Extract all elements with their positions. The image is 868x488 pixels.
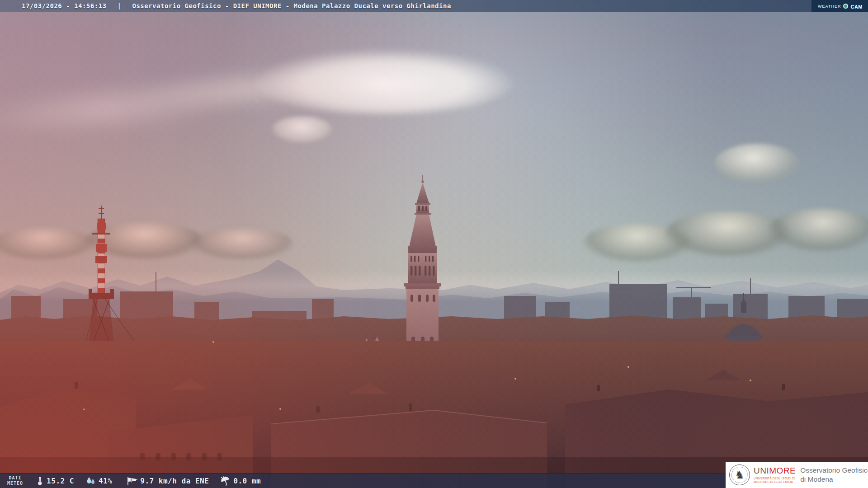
humidity-value: 41% (99, 477, 112, 485)
datetime-label: 17/03/2026 - 14:56:13 (22, 2, 107, 9)
weathercam-lens-icon (843, 4, 848, 9)
unimore-seal-icon: ♞ (729, 465, 750, 485)
wind-readout: 9.7 km/h da ENE (126, 476, 209, 486)
observatory-name: Osservatorio Geofisico di Modena (800, 466, 868, 484)
knight-horse-glyph: ♞ (735, 469, 745, 480)
unimore-more-text: MORE (769, 466, 796, 475)
unimore-subtitle-line2: MODENA E REGGIO EMILIA (754, 480, 796, 484)
wind-value: 9.7 km/h da ENE (140, 477, 209, 485)
city-skyline (0, 0, 868, 488)
humidity-readout: 41% (86, 476, 112, 486)
unimore-subtitle-line1: UNIVERSITÀ DEGLI STUDI DI (754, 477, 796, 480)
humidity-drops-icon (86, 476, 96, 486)
dati-meteo-label: DATI METEO (7, 475, 23, 486)
unimore-logo[interactable]: ♞ UNIMORE UNIVERSITÀ DEGLI STUDI DI MODE… (726, 462, 868, 488)
precipitation-value: 0.0 mm (233, 477, 261, 485)
top-bar: 17/03/2026 - 14:56:13 | Osservatorio Geo… (0, 0, 868, 12)
unimore-wordmark: UNIMORE UNIVERSITÀ DEGLI STUDI DI MODENA… (754, 466, 796, 484)
umbrella-icon (220, 476, 231, 486)
windsock-icon (126, 476, 137, 486)
temperature-value: 15.2 C (47, 477, 74, 485)
weathercam-weather-text: Weather (818, 3, 841, 9)
separator: | (118, 2, 122, 9)
camera-title: Osservatorio Geofisico - DIEF UNIMORE - … (132, 2, 451, 9)
temperature-readout: 15.2 C (36, 476, 74, 486)
webcam-frame: 17/03/2026 - 14:56:13 | Osservatorio Geo… (0, 0, 868, 488)
weathercam-cam-text: Cam (850, 2, 863, 10)
unimore-uni-text: UNI (754, 466, 769, 475)
thermometer-icon (36, 476, 44, 486)
weathercam-logo[interactable]: Weather Cam (811, 0, 868, 12)
precipitation-readout: 0.0 mm (220, 476, 261, 486)
